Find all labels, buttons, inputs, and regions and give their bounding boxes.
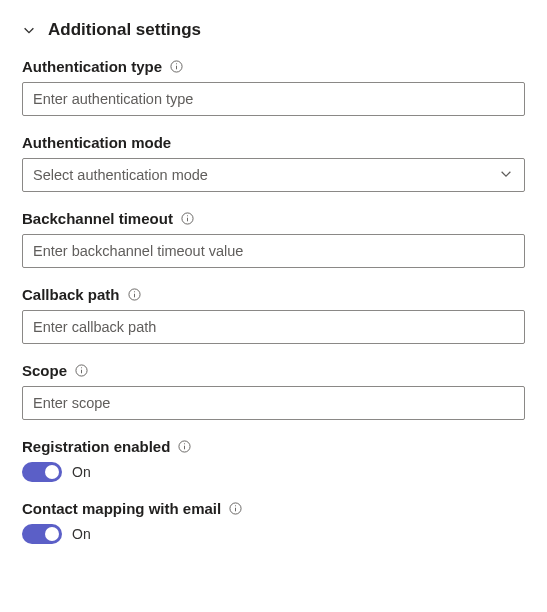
field-label-row: Authentication type	[22, 58, 525, 75]
scope-input[interactable]	[22, 386, 525, 420]
svg-point-5	[187, 215, 188, 216]
field-label-row: Backchannel timeout	[22, 210, 525, 227]
registration-enabled-toggle[interactable]	[22, 462, 62, 482]
toggle-row: On	[22, 524, 525, 544]
svg-point-14	[184, 443, 185, 444]
additional-settings-panel: Additional settings Authentication type …	[0, 0, 547, 568]
info-icon[interactable]	[128, 288, 141, 301]
authentication-mode-select[interactable]: Select authentication mode	[22, 158, 525, 192]
svg-point-2	[176, 63, 177, 64]
authentication-mode-placeholder: Select authentication mode	[33, 167, 208, 183]
field-authentication-type: Authentication type	[22, 58, 525, 116]
chevron-down-icon[interactable]	[22, 23, 36, 37]
field-scope: Scope	[22, 362, 525, 420]
field-backchannel-timeout: Backchannel timeout	[22, 210, 525, 268]
info-icon[interactable]	[170, 60, 183, 73]
field-registration-enabled: Registration enabled On	[22, 438, 525, 482]
svg-point-17	[235, 505, 236, 506]
section-header: Additional settings	[22, 20, 525, 40]
callback-path-input[interactable]	[22, 310, 525, 344]
toggle-row: On	[22, 462, 525, 482]
info-icon[interactable]	[229, 502, 242, 515]
field-label-row: Registration enabled	[22, 438, 525, 455]
field-label-row: Callback path	[22, 286, 525, 303]
callback-path-label: Callback path	[22, 286, 120, 303]
field-label-row: Scope	[22, 362, 525, 379]
field-label-row: Authentication mode	[22, 134, 525, 151]
backchannel-timeout-label: Backchannel timeout	[22, 210, 173, 227]
contact-mapping-toggle[interactable]	[22, 524, 62, 544]
field-contact-mapping: Contact mapping with email On	[22, 500, 525, 544]
info-icon[interactable]	[75, 364, 88, 377]
registration-enabled-state: On	[72, 464, 91, 480]
authentication-mode-label: Authentication mode	[22, 134, 171, 151]
field-label-row: Contact mapping with email	[22, 500, 525, 517]
info-icon[interactable]	[181, 212, 194, 225]
authentication-type-label: Authentication type	[22, 58, 162, 75]
svg-point-11	[81, 367, 82, 368]
toggle-thumb	[45, 527, 59, 541]
contact-mapping-label: Contact mapping with email	[22, 500, 221, 517]
svg-point-8	[133, 291, 134, 292]
contact-mapping-state: On	[72, 526, 91, 542]
info-icon[interactable]	[178, 440, 191, 453]
field-authentication-mode: Authentication mode Select authenticatio…	[22, 134, 525, 192]
authentication-type-input[interactable]	[22, 82, 525, 116]
authentication-mode-select-wrap: Select authentication mode	[22, 158, 525, 192]
registration-enabled-label: Registration enabled	[22, 438, 170, 455]
field-callback-path: Callback path	[22, 286, 525, 344]
toggle-thumb	[45, 465, 59, 479]
section-title: Additional settings	[48, 20, 201, 40]
scope-label: Scope	[22, 362, 67, 379]
backchannel-timeout-input[interactable]	[22, 234, 525, 268]
